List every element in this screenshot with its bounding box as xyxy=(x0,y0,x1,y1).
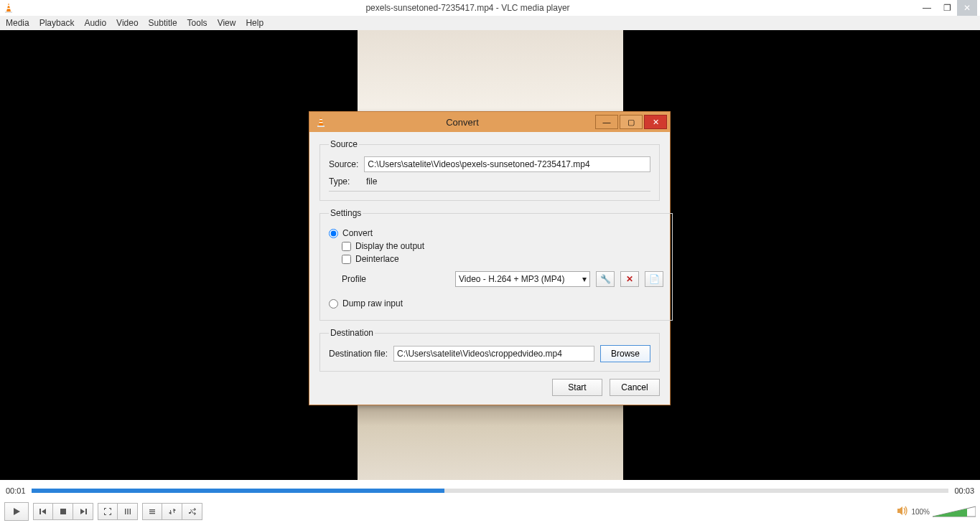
svg-marker-4 xyxy=(14,508,20,515)
profile-label: Profile xyxy=(342,274,449,284)
source-label: Source: xyxy=(329,159,358,169)
menu-help[interactable]: Help xyxy=(246,18,263,28)
prev-button[interactable] xyxy=(33,503,53,520)
window-title: pexels-sunsetoned-7235417.mp4 - VLC medi… xyxy=(19,3,917,13)
maximize-button[interactable]: ❐ xyxy=(937,0,957,16)
svg-rect-20 xyxy=(317,126,325,127)
view-group xyxy=(98,503,138,520)
controls-row: 100% xyxy=(0,500,980,523)
time-total: 00:03 xyxy=(954,486,974,495)
delete-icon: ✕ xyxy=(626,274,633,284)
settings-group: Settings Convert Display the output Dein… xyxy=(319,208,673,321)
profile-select[interactable]: Video - H.264 + MP3 (MP4) ▾ xyxy=(455,271,590,287)
svg-marker-8 xyxy=(80,509,85,514)
browse-button[interactable]: Browse xyxy=(600,345,650,362)
vlc-cone-icon xyxy=(3,2,14,14)
svg-rect-22 xyxy=(319,122,323,123)
playlist-button[interactable] xyxy=(142,503,162,520)
playlist-group xyxy=(142,503,202,520)
svg-rect-14 xyxy=(149,512,155,512)
deinterlace-checkbox[interactable] xyxy=(342,255,351,264)
svg-rect-13 xyxy=(149,509,155,510)
profile-value: Video - H.264 + MP3 (MP4) xyxy=(459,274,565,284)
svg-rect-21 xyxy=(319,119,322,120)
source-group: Source Source: Type: file xyxy=(319,139,660,201)
svg-rect-10 xyxy=(125,509,126,514)
volume-wrap: 100% xyxy=(897,505,976,518)
svg-rect-2 xyxy=(7,5,10,6)
shuffle-button[interactable] xyxy=(182,503,202,520)
next-button[interactable] xyxy=(73,503,93,520)
svg-rect-1 xyxy=(5,11,12,13)
destination-file-input[interactable] xyxy=(393,346,594,362)
dialog-titlebar[interactable]: Convert — ▢ ✕ xyxy=(309,112,670,132)
menu-playback[interactable]: Playback xyxy=(39,18,75,28)
delete-profile-button[interactable]: ✕ xyxy=(620,271,639,287)
display-output-label: Display the output xyxy=(355,241,424,251)
cancel-button[interactable]: Cancel xyxy=(610,379,660,396)
deinterlace-label: Deinterlace xyxy=(355,254,399,264)
new-icon: 📄 xyxy=(649,274,660,284)
menu-view[interactable]: View xyxy=(218,18,236,28)
svg-marker-19 xyxy=(319,117,323,126)
skip-group xyxy=(33,503,93,520)
main-titlebar: pexels-sunsetoned-7235417.mp4 - VLC medi… xyxy=(0,0,980,16)
seekbar[interactable] xyxy=(32,489,949,493)
new-profile-button[interactable]: 📄 xyxy=(645,271,663,287)
close-button[interactable]: ✕ xyxy=(957,0,977,16)
menu-tools[interactable]: Tools xyxy=(187,18,207,28)
destination-group: Destination Destination file: Browse xyxy=(319,328,660,372)
convert-radio[interactable] xyxy=(329,229,338,238)
extended-settings-button[interactable] xyxy=(118,503,138,520)
display-output-checkbox[interactable] xyxy=(342,242,351,251)
svg-rect-11 xyxy=(127,509,128,514)
svg-marker-6 xyxy=(42,509,46,514)
dialog-body: Source Source: Type: file Settings Conve… xyxy=(309,132,670,405)
dialog-close-button[interactable]: ✕ xyxy=(644,115,667,129)
loop-button[interactable] xyxy=(162,503,182,520)
edit-profile-button[interactable]: 🔧 xyxy=(596,271,615,287)
svg-rect-15 xyxy=(149,513,155,514)
minimize-button[interactable]: — xyxy=(917,0,937,16)
type-value: file xyxy=(366,176,377,187)
speaker-icon[interactable] xyxy=(897,506,908,517)
dialog-maximize-button[interactable]: ▢ xyxy=(620,115,643,129)
svg-marker-16 xyxy=(897,506,902,515)
menu-subtitle[interactable]: Subtitle xyxy=(149,18,177,28)
dump-radio[interactable] xyxy=(329,299,338,308)
menubar: Media Playback Audio Video Subtitle Tool… xyxy=(0,16,980,30)
svg-marker-0 xyxy=(6,3,11,11)
time-current: 00:01 xyxy=(6,486,26,495)
svg-rect-5 xyxy=(39,509,41,514)
vlc-cone-icon xyxy=(315,116,327,128)
svg-rect-9 xyxy=(85,509,87,514)
type-label: Type: xyxy=(329,176,360,187)
destination-file-label: Destination file: xyxy=(329,349,388,359)
svg-rect-12 xyxy=(129,509,130,514)
convert-radio-label: Convert xyxy=(342,228,373,238)
svg-rect-3 xyxy=(7,8,11,9)
source-legend: Source xyxy=(329,139,359,149)
menu-audio[interactable]: Audio xyxy=(84,18,106,28)
settings-legend: Settings xyxy=(329,208,363,218)
stop-button[interactable] xyxy=(53,503,73,520)
chevron-down-icon: ▾ xyxy=(582,274,587,284)
volume-label: 100% xyxy=(911,508,930,516)
dialog-minimize-button[interactable]: — xyxy=(595,115,618,129)
volume-slider[interactable] xyxy=(933,505,976,518)
timeline-row: 00:01 00:03 xyxy=(0,483,980,499)
dump-radio-label: Dump raw input xyxy=(342,298,403,308)
menu-video[interactable]: Video xyxy=(116,18,138,28)
destination-legend: Destination xyxy=(329,328,375,338)
seekbar-filled xyxy=(32,489,444,493)
wrench-icon: 🔧 xyxy=(600,274,611,284)
menu-media[interactable]: Media xyxy=(6,18,29,28)
svg-rect-7 xyxy=(60,509,66,514)
window-controls: — ❐ ✕ xyxy=(917,0,977,16)
dialog-title: Convert xyxy=(331,117,594,128)
convert-dialog: Convert — ▢ ✕ Source Source: Type: file … xyxy=(309,111,671,405)
fullscreen-button[interactable] xyxy=(98,503,118,520)
play-button[interactable] xyxy=(4,502,29,521)
source-input[interactable] xyxy=(364,156,650,172)
start-button[interactable]: Start xyxy=(552,379,602,396)
